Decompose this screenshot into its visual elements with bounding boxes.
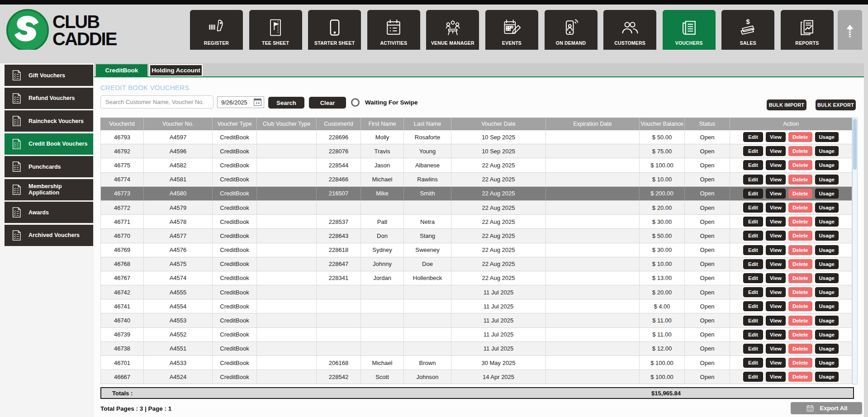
- nav-tile-customers[interactable]: CUSTOMERS: [603, 10, 656, 53]
- edit-button[interactable]: Edit: [743, 358, 763, 368]
- edit-button[interactable]: Edit: [743, 231, 763, 241]
- nav-tile-activities[interactable]: ACTIVITIES: [367, 10, 420, 53]
- view-button[interactable]: View: [766, 358, 786, 368]
- edit-button[interactable]: Edit: [743, 175, 763, 185]
- date-picker[interactable]: 9/26/2025 14: [217, 96, 264, 108]
- table-row[interactable]: 46739A4552CreditBook11 Jul 2025$ 11.00Op…: [100, 328, 852, 342]
- nav-tile-events[interactable]: EVENTS: [485, 10, 538, 53]
- tab-holding-account[interactable]: Holding Account: [149, 64, 203, 76]
- edit-button[interactable]: Edit: [743, 132, 763, 142]
- view-button[interactable]: View: [766, 231, 786, 241]
- usage-button[interactable]: Usage: [815, 259, 839, 269]
- delete-button[interactable]: Delete: [788, 358, 812, 368]
- sidebar-item-refund-vouchers[interactable]: Refund Vouchers: [5, 88, 93, 109]
- delete-button[interactable]: Delete: [788, 245, 812, 255]
- export-all-button[interactable]: Export All: [791, 402, 862, 414]
- nav-tile-sales[interactable]: $SALES: [721, 10, 774, 53]
- table-row[interactable]: 46741A4554CreditBook11 Jul 2025$ 4.00Ope…: [100, 299, 852, 313]
- view-button[interactable]: View: [766, 203, 786, 213]
- table-row[interactable]: 46775A4582CreditBook228544JasonAlbanese2…: [100, 158, 852, 172]
- edit-button[interactable]: Edit: [743, 287, 763, 297]
- scrollbar-thumb[interactable]: [853, 119, 857, 170]
- nav-tile-reports[interactable]: REPORTS: [781, 10, 834, 53]
- table-row[interactable]: 46767A4574CreditBook228341JordanHollenbe…: [100, 271, 852, 285]
- delete-button[interactable]: Delete: [788, 301, 812, 311]
- table-row[interactable]: 46769A4576CreditBook228618SydneySweeney2…: [100, 243, 852, 257]
- usage-button[interactable]: Usage: [815, 344, 839, 354]
- edit-button[interactable]: Edit: [743, 301, 763, 311]
- table-row[interactable]: 46667A4524CreditBook228542ScottJohnson14…: [100, 370, 852, 384]
- table-row[interactable]: 46773A4580CreditBook216507MikeSmith22 Au…: [100, 187, 852, 201]
- delete-button[interactable]: Delete: [788, 146, 812, 156]
- edit-button[interactable]: Edit: [743, 259, 763, 269]
- table-row[interactable]: 46792A4596CreditBook228076TravisYoung10 …: [100, 144, 852, 158]
- table-scrollbar[interactable]: [852, 118, 858, 384]
- table-row[interactable]: 46772A4579CreditBook22 Aug 2025$ 20.00Op…: [100, 201, 852, 215]
- delete-button[interactable]: Delete: [788, 160, 812, 170]
- scroll-to-top-button[interactable]: [838, 10, 862, 53]
- view-button[interactable]: View: [766, 245, 786, 255]
- delete-button[interactable]: Delete: [788, 330, 812, 340]
- usage-button[interactable]: Usage: [815, 372, 839, 382]
- view-button[interactable]: View: [766, 344, 786, 354]
- edit-button[interactable]: Edit: [743, 217, 763, 227]
- delete-button[interactable]: Delete: [788, 231, 812, 241]
- usage-button[interactable]: Usage: [815, 146, 839, 156]
- table-row[interactable]: 46740A4553CreditBook11 Jul 2025$ 11.00Op…: [100, 313, 852, 327]
- sidebar-item-archived-vouchers[interactable]: Archived Vouchers: [5, 225, 93, 246]
- view-button[interactable]: View: [766, 316, 786, 326]
- view-button[interactable]: View: [766, 132, 786, 142]
- nav-tile-vouchers[interactable]: VOUCHERS: [663, 10, 716, 53]
- clear-button[interactable]: Clear: [309, 97, 346, 109]
- sidebar-item-credit-book-vouchers[interactable]: Credit Book Vouchers: [5, 133, 93, 155]
- table-row[interactable]: 46701A4533CreditBook206168MichaelBrown30…: [100, 356, 852, 370]
- edit-button[interactable]: Edit: [743, 372, 763, 382]
- usage-button[interactable]: Usage: [815, 160, 839, 170]
- view-button[interactable]: View: [766, 259, 786, 269]
- nav-tile-starter-sheet[interactable]: STARTER SHEET: [308, 10, 361, 53]
- sidebar-item-awards[interactable]: Awards: [5, 202, 93, 223]
- sidebar-item-gift-vouchers[interactable]: Gift Vouchers: [5, 65, 93, 86]
- search-button[interactable]: Search: [268, 97, 304, 109]
- view-button[interactable]: View: [766, 273, 786, 283]
- delete-button[interactable]: Delete: [788, 287, 812, 297]
- usage-button[interactable]: Usage: [815, 358, 839, 368]
- delete-button[interactable]: Delete: [788, 259, 812, 269]
- view-button[interactable]: View: [766, 217, 786, 227]
- table-row[interactable]: 46770A4577CreditBook228643DonStang22 Aug…: [100, 229, 852, 243]
- view-button[interactable]: View: [766, 160, 786, 170]
- delete-button[interactable]: Delete: [788, 273, 812, 283]
- usage-button[interactable]: Usage: [815, 231, 839, 241]
- view-button[interactable]: View: [766, 372, 786, 382]
- sidebar-item-punchcards[interactable]: Punchcards: [5, 156, 93, 177]
- usage-button[interactable]: Usage: [815, 330, 839, 340]
- view-button[interactable]: View: [766, 189, 786, 199]
- usage-button[interactable]: Usage: [815, 175, 839, 185]
- sidebar-item-raincheck-vouchers[interactable]: Raincheck Vouchers: [5, 110, 93, 132]
- view-button[interactable]: View: [766, 301, 786, 311]
- waiting-for-swipe-radio[interactable]: [351, 98, 360, 107]
- search-input[interactable]: [100, 95, 213, 109]
- view-button[interactable]: View: [766, 330, 786, 340]
- tab-creditbook[interactable]: CreditBook: [96, 64, 147, 76]
- usage-button[interactable]: Usage: [815, 245, 839, 255]
- delete-button[interactable]: Delete: [788, 189, 812, 199]
- edit-button[interactable]: Edit: [743, 203, 763, 213]
- usage-button[interactable]: Usage: [815, 301, 839, 311]
- edit-button[interactable]: Edit: [743, 146, 763, 156]
- usage-button[interactable]: Usage: [815, 189, 839, 199]
- table-row[interactable]: 46774A4581CreditBook228466MichaelRawlins…: [100, 173, 852, 187]
- delete-button[interactable]: Delete: [788, 316, 812, 326]
- nav-tile-venue-manager[interactable]: VENUE MANAGER: [426, 10, 479, 53]
- delete-button[interactable]: Delete: [788, 203, 812, 213]
- table-row[interactable]: 46793A4597CreditBook228696MollyRosaforte…: [100, 130, 852, 144]
- edit-button[interactable]: Edit: [743, 344, 763, 354]
- edit-button[interactable]: Edit: [743, 245, 763, 255]
- edit-button[interactable]: Edit: [743, 189, 763, 199]
- edit-button[interactable]: Edit: [743, 316, 763, 326]
- usage-button[interactable]: Usage: [815, 203, 839, 213]
- bulk-import-button[interactable]: BULK IMPORT: [767, 100, 806, 110]
- delete-button[interactable]: Delete: [788, 344, 812, 354]
- bulk-export-button[interactable]: BULK EXPORT: [816, 100, 856, 110]
- nav-tile-register[interactable]: REGISTER: [190, 10, 243, 53]
